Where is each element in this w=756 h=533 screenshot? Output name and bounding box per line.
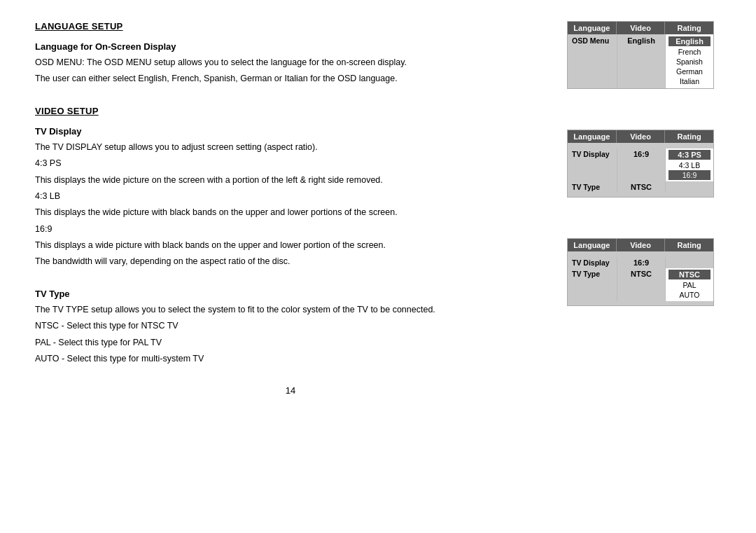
language-osd-p1: OSD MENU: The OSD MENU setup allows you …: [35, 56, 546, 69]
vd1-option-43lb: 4:3 LB: [668, 160, 710, 170]
tv-type-ntsc: NTSC - Select this type for NTSC TV: [35, 319, 546, 333]
tv-display-43ps-title: 4:3 PS: [35, 157, 546, 170]
vd1-option-169: 16:9: [668, 170, 710, 180]
osd-header-row: Language Video Rating: [568, 22, 713, 34]
tv-display-169-desc1: This displays a wide picture with black …: [35, 239, 546, 252]
video-diagram-1: Language Video Rating TV Display 16:9 4:…: [567, 130, 714, 198]
tv-type-section: TV Type The TV TYPE setup allows you to …: [35, 289, 546, 366]
vd2-tvdisplay-row: TV Display 16:9: [568, 257, 713, 268]
page-number: 14: [35, 385, 546, 396]
vd1-tvdisplay-current: 16:9: [617, 148, 666, 181]
vd1-tvdisplay-row: TV Display 16:9 4:3 PS 4:3 LB 16:9: [568, 148, 713, 181]
language-setup-section: LANGUAGE SETUP Language for On-Screen Di…: [35, 21, 546, 86]
vd2-header-row: Language Video Rating: [568, 239, 713, 251]
osd-body-row: OSD Menu English English French Spanish …: [568, 34, 713, 88]
tv-type-pal: PAL - Select this type for PAL TV: [35, 336, 546, 349]
vd2-tvtype-dropdown: NTSC PAL AUTO: [666, 268, 713, 301]
vd2-tvdisplay-label: TV Display: [568, 257, 617, 268]
osd-selected: English: [668, 36, 710, 46]
content-area: LANGUAGE SETUP Language for On-Screen Di…: [35, 21, 567, 396]
vd1-header-row: Language Video Rating: [568, 130, 713, 143]
vd2-header-language: Language: [568, 239, 617, 251]
osd-dropdown: English French Spanish German Italian: [666, 34, 713, 88]
language-setup-title: LANGUAGE SETUP: [35, 21, 546, 32]
tv-display-section: TV Display The TV DISPLAY setup allows y…: [35, 126, 546, 269]
osd-option-spanish: Spanish: [668, 57, 710, 67]
osd-header-video: Video: [617, 22, 666, 34]
vd1-tvdisplay-label: TV Display: [568, 148, 617, 181]
video-setup-title: VIDEO SETUP: [35, 106, 546, 116]
vd2-tvdisplay-empty: [666, 257, 713, 268]
tv-display-diagram: Language Video Rating TV Display 16:9 4:…: [567, 130, 721, 198]
video-diagram-2: Language Video Rating TV Display 16:9 TV…: [567, 238, 714, 306]
language-diagram: Language Video Rating OSD Menu English E…: [567, 21, 721, 89]
diagrams-area: Language Video Rating OSD Menu English E…: [567, 21, 721, 396]
tv-display-43lb-title: 4:3 LB: [35, 190, 546, 203]
tv-type-subtitle: TV Type: [35, 289, 546, 299]
vd2-header-rating: Rating: [665, 239, 713, 251]
osd-header-rating: Rating: [665, 22, 713, 34]
vd2-tvtype-current: NTSC: [617, 268, 666, 301]
tv-display-p1: The TV DISPLAY setup allows you to adjus…: [35, 141, 546, 154]
vd2-tvtype-label: TV Type: [568, 268, 617, 301]
osd-row-label: OSD Menu: [568, 34, 617, 88]
osd-header-language: Language: [568, 22, 617, 34]
vd1-header-video: Video: [617, 130, 666, 143]
vd2-option-auto: AUTO: [668, 290, 710, 300]
vd1-tvdisplay-dropdown: 4:3 PS 4:3 LB 16:9: [666, 148, 713, 181]
osd-menu-diagram: Language Video Rating OSD Menu English E…: [567, 21, 714, 89]
osd-option-french: French: [668, 47, 710, 57]
tv-display-169-title: 16:9: [35, 223, 546, 236]
tv-display-subtitle: TV Display: [35, 126, 546, 137]
vd1-header-language: Language: [568, 130, 617, 143]
page-layout: LANGUAGE SETUP Language for On-Screen Di…: [35, 21, 721, 396]
language-osd-subtitle: Language for On-Screen Display: [35, 41, 546, 52]
tv-type-diagram: Language Video Rating TV Display 16:9 TV…: [567, 238, 721, 306]
vd1-tvtype-current: NTSC: [617, 181, 666, 193]
vd1-tvtype-empty: [666, 181, 713, 193]
tv-type-auto: AUTO - Select this type for multi-system…: [35, 352, 546, 366]
video-setup-section: VIDEO SETUP TV Display The TV DISPLAY se…: [35, 106, 546, 366]
vd2-tvtype-selected: NTSC: [668, 270, 710, 279]
vd2-tvdisplay-current: 16:9: [617, 257, 666, 268]
tv-display-43lb-desc: This displays the wide picture with blac…: [35, 206, 546, 219]
vd2-tvtype-row: TV Type NTSC NTSC PAL AUTO: [568, 268, 713, 301]
language-osd-p2: The user can either select English, Fren…: [35, 72, 546, 85]
vd1-tvdisplay-selected: 4:3 PS: [668, 150, 710, 160]
osd-current-value: English: [617, 34, 666, 88]
vd1-tvtype-row: TV Type NTSC: [568, 181, 713, 193]
tv-display-43ps-desc: This displays the wide picture on the sc…: [35, 174, 546, 187]
tv-type-p1: The TV TYPE setup allows you to select t…: [35, 303, 546, 317]
osd-option-german: German: [668, 67, 710, 76]
osd-option-italian: Italian: [668, 76, 710, 86]
tv-display-169-desc2: The bandwidth will vary, depending on th…: [35, 255, 546, 268]
vd2-header-video: Video: [617, 239, 666, 251]
vd2-option-pal: PAL: [668, 280, 710, 290]
vd1-header-rating: Rating: [665, 130, 713, 143]
vd1-tvtype-label: TV Type: [568, 181, 617, 193]
